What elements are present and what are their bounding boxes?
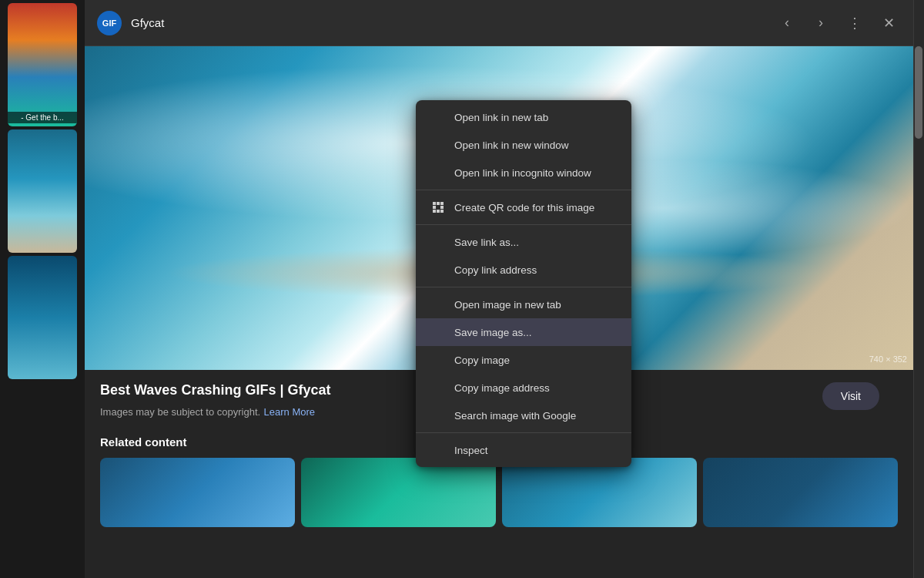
ctx-icon-create-qr — [431, 200, 445, 214]
ctx-label-search-image: Search image with Google — [454, 410, 576, 422]
ctx-item-save-link[interactable]: Save link as... — [416, 228, 631, 256]
learn-more-link[interactable]: Learn More — [264, 406, 315, 418]
ctx-label-open-image-tab: Open image in new tab — [454, 299, 561, 311]
ctx-divider — [416, 190, 631, 190]
thumbnail-1[interactable]: - Get the b... — [8, 3, 77, 126]
ctx-icon-open-incognito — [431, 166, 445, 180]
info-text: Best Waves Crashing GIFs | Gfycat Images… — [100, 382, 330, 418]
ctx-label-save-image: Save image as... — [454, 327, 532, 338]
ctx-item-save-image[interactable]: Save image as... — [416, 318, 631, 346]
related-thumb-1[interactable] — [100, 458, 295, 527]
ctx-label-copy-image: Copy image — [454, 355, 510, 366]
ctx-divider — [416, 432, 631, 433]
ctx-item-copy-link[interactable]: Copy link address — [416, 256, 631, 284]
ctx-icon-copy-image-address — [431, 381, 445, 395]
ctx-label-save-link: Save link as... — [454, 237, 519, 248]
ctx-item-inspect[interactable]: Inspect — [416, 436, 631, 464]
more-options-button[interactable]: ⋮ — [842, 11, 867, 35]
thumbnail-1-label: - Get the b... — [8, 112, 77, 123]
ctx-label-copy-link: Copy link address — [454, 264, 537, 276]
ctx-icon-inspect — [431, 443, 445, 457]
scrollbar[interactable] — [913, 0, 924, 578]
forward-button[interactable]: › — [808, 11, 833, 35]
ctx-icon-open-image-tab — [431, 297, 445, 311]
visit-button[interactable]: Visit — [822, 382, 879, 410]
ctx-divider — [416, 224, 631, 225]
related-thumbnails — [100, 458, 898, 527]
thumbnail-3[interactable] — [8, 256, 77, 379]
ctx-item-open-image-tab[interactable]: Open image in new tab — [416, 291, 631, 318]
ctx-item-create-qr[interactable]: Create QR code for this image — [416, 193, 631, 221]
page-title: Best Waves Crashing GIFs | Gfycat — [100, 382, 330, 398]
ctx-item-copy-image-address[interactable]: Copy image address — [416, 374, 631, 402]
left-panel: - Get the b... — [0, 0, 85, 578]
context-menu: Open link in new tabOpen link in new win… — [416, 100, 631, 467]
ctx-item-search-image[interactable]: Search image with Google — [416, 402, 631, 429]
ctx-label-inspect: Inspect — [454, 445, 488, 456]
ctx-icon-search-image — [431, 408, 445, 422]
ctx-item-open-new-tab[interactable]: Open link in new tab — [416, 103, 631, 131]
ctx-divider — [416, 287, 631, 287]
ctx-icon-save-link — [431, 235, 445, 249]
ctx-label-create-qr: Create QR code for this image — [454, 202, 594, 213]
ctx-icon-copy-link — [431, 263, 445, 277]
ctx-label-copy-image-address: Copy image address — [454, 382, 550, 394]
ctx-label-open-new-window: Open link in new window — [454, 139, 569, 151]
copyright-text: Images may be subject to copyright. — [100, 406, 260, 418]
ctx-icon-copy-image — [431, 353, 445, 367]
back-button[interactable]: ‹ — [775, 11, 799, 35]
ctx-icon-open-new-tab — [431, 110, 445, 124]
related-thumb-4[interactable] — [703, 458, 898, 527]
scrollbar-thumb[interactable] — [915, 46, 922, 139]
ctx-label-open-incognito: Open link in incognito window — [454, 167, 591, 179]
ctx-icon-open-new-window — [431, 138, 445, 152]
ctx-item-open-incognito[interactable]: Open link in incognito window — [416, 159, 631, 187]
ctx-icon-save-image — [431, 325, 445, 339]
related-thumb-2[interactable] — [301, 458, 496, 527]
ctx-item-copy-image[interactable]: Copy image — [416, 346, 631, 374]
ctx-item-open-new-window[interactable]: Open link in new window — [416, 131, 631, 159]
thumbnail-2[interactable] — [8, 129, 77, 253]
close-button[interactable]: ✕ — [876, 11, 901, 35]
related-thumb-3[interactable] — [502, 458, 697, 527]
header-bar: GIF Gfycat ‹ › ⋮ ✕ — [85, 0, 913, 46]
favicon: GIF — [97, 11, 122, 35]
ctx-label-open-new-tab: Open link in new tab — [454, 112, 548, 123]
header-title: Gfycat — [131, 16, 765, 29]
image-dimensions: 740 × 352 — [869, 355, 907, 364]
